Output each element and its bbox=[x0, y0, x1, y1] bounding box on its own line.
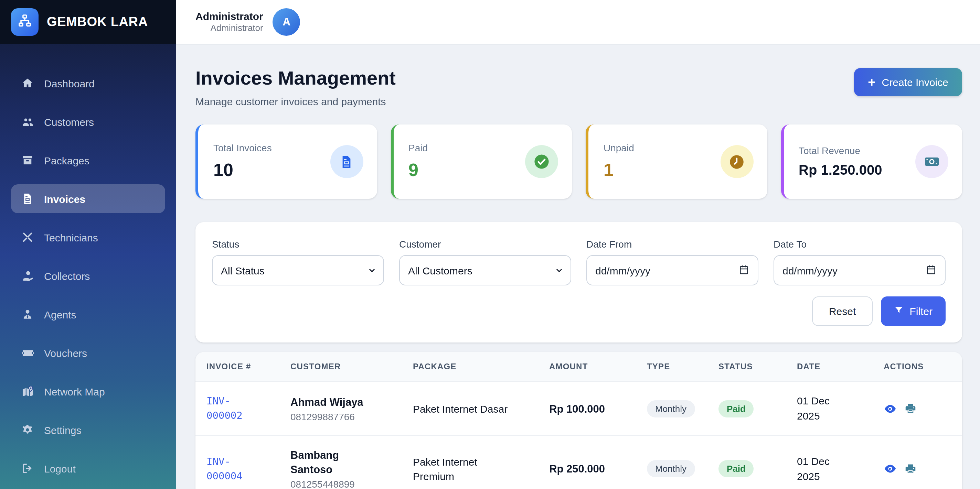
brand-logo bbox=[11, 8, 38, 36]
invoice-date: 01 Dec 2025 bbox=[797, 454, 845, 484]
sidebar-item-label: Agents bbox=[44, 308, 76, 320]
invoice-link[interactable]: INV-000002 bbox=[207, 394, 256, 423]
users-icon bbox=[21, 115, 34, 129]
date-from-label: Date From bbox=[586, 239, 759, 250]
sidebar-item-logout[interactable]: Logout bbox=[11, 454, 165, 483]
home-icon bbox=[21, 76, 34, 90]
sidebar-item-invoices[interactable]: Invoices bbox=[11, 184, 165, 213]
invoice-amount: Rp 100.000 bbox=[549, 401, 621, 416]
sidebar-item-packages[interactable]: Packages bbox=[11, 146, 165, 175]
col-amount: AMOUNT bbox=[538, 352, 636, 381]
customer-phone: 081299887766 bbox=[290, 411, 391, 422]
page-subtitle: Manage customer invoices and payments bbox=[196, 94, 396, 110]
sidebar-item-label: Invoices bbox=[44, 193, 85, 205]
money-bill-icon bbox=[915, 145, 948, 178]
sidebar-item-technicians[interactable]: Technicians bbox=[11, 223, 165, 252]
sidebar-item-label: Network Map bbox=[44, 386, 105, 397]
user-name: Administrator bbox=[196, 10, 263, 23]
view-invoice-button[interactable] bbox=[884, 462, 897, 475]
date-from-placeholder: dd/mm/yyyy bbox=[595, 264, 650, 276]
sidebar-item-label: Logout bbox=[44, 462, 76, 474]
sidebar-item-settings[interactable]: Settings bbox=[11, 415, 165, 444]
create-invoice-label: Create Invoice bbox=[882, 76, 948, 88]
filter-button-label: Filter bbox=[910, 305, 932, 317]
stat-label: Total Revenue bbox=[799, 145, 882, 156]
package-name: Paket Internet Dasar bbox=[413, 401, 516, 416]
sidebar-item-vouchers[interactable]: Vouchers bbox=[11, 338, 165, 367]
map-location-icon bbox=[21, 384, 34, 398]
app-root: GEMBOK LARA Dashboard Customers bbox=[0, 0, 980, 489]
print-invoice-button[interactable] bbox=[904, 402, 917, 415]
col-status: STATUS bbox=[708, 352, 786, 381]
avatar[interactable]: A bbox=[273, 8, 301, 36]
filter-button[interactable]: Filter bbox=[881, 297, 946, 326]
date-to-input[interactable]: dd/mm/yyyy bbox=[773, 255, 946, 286]
col-invoice: INVOICE # bbox=[196, 352, 279, 381]
type-badge: Monthly bbox=[647, 460, 695, 477]
sidebar-item-dashboard[interactable]: Dashboard bbox=[11, 69, 165, 98]
type-badge: Monthly bbox=[647, 400, 695, 417]
stat-card-total-invoices: Total Invoices 10 bbox=[196, 124, 377, 199]
filter-field-date-from: Date From dd/mm/yyyy bbox=[586, 239, 759, 286]
col-actions: ACTIONS bbox=[873, 352, 962, 381]
view-invoice-button[interactable] bbox=[884, 402, 897, 415]
invoice-date: 01 Dec 2025 bbox=[797, 394, 845, 424]
date-to-label: Date To bbox=[773, 239, 946, 250]
row-actions bbox=[884, 402, 951, 415]
sidebar-item-label: Vouchers bbox=[44, 347, 87, 359]
col-customer: CUSTOMER bbox=[279, 352, 402, 381]
filter-field-status: Status All Status bbox=[212, 239, 384, 286]
tools-icon bbox=[21, 230, 34, 244]
sidebar-item-label: Settings bbox=[44, 424, 81, 436]
box-icon bbox=[21, 153, 34, 167]
customer-select[interactable]: All Customers bbox=[399, 255, 571, 286]
calendar-icon[interactable] bbox=[738, 264, 749, 277]
col-date: DATE bbox=[786, 352, 873, 381]
plus-icon: + bbox=[868, 77, 875, 87]
date-from-input[interactable]: dd/mm/yyyy bbox=[586, 255, 759, 286]
main-area: Administrator Administrator A Invoices M… bbox=[176, 0, 980, 489]
table-row: INV-000002 Ahmad Wijaya 081299887766 Pak… bbox=[196, 381, 962, 436]
sidebar-item-agents[interactable]: Agents bbox=[11, 300, 165, 329]
date-to-placeholder: dd/mm/yyyy bbox=[783, 264, 838, 276]
table-row: INV-000004 Bambang Santoso 081255448899 … bbox=[196, 436, 962, 489]
page-title: Invoices Management bbox=[196, 67, 396, 90]
table-header-row: INVOICE # CUSTOMER PACKAGE AMOUNT TYPE S… bbox=[196, 352, 962, 381]
customer-name: Bambang Santoso bbox=[290, 448, 370, 476]
stat-value: Rp 1.250.000 bbox=[799, 162, 882, 178]
sidebar-item-customers[interactable]: Customers bbox=[11, 107, 165, 136]
stats-row: Total Invoices 10 Paid 9 bbox=[196, 124, 962, 199]
filter-field-date-to: Date To dd/mm/yyyy bbox=[773, 239, 946, 286]
stat-label: Unpaid bbox=[603, 142, 634, 153]
invoice-icon bbox=[330, 145, 363, 178]
invoice-link[interactable]: INV-000004 bbox=[207, 454, 256, 483]
print-invoice-button[interactable] bbox=[904, 462, 917, 475]
status-select[interactable]: All Status bbox=[212, 255, 384, 286]
sidebar-item-label: Packages bbox=[44, 154, 89, 166]
sidebar-header: GEMBOK LARA bbox=[0, 0, 176, 44]
create-invoice-button[interactable]: + Create Invoice bbox=[854, 68, 962, 96]
col-package: PACKAGE bbox=[402, 352, 538, 381]
customer-name: Ahmad Wijaya bbox=[290, 395, 370, 409]
user-tie-icon bbox=[21, 307, 34, 321]
sidebar-item-network-map[interactable]: Network Map bbox=[11, 377, 165, 406]
invoices-table: INVOICE # CUSTOMER PACKAGE AMOUNT TYPE S… bbox=[196, 352, 962, 489]
stat-label: Total Invoices bbox=[213, 142, 272, 153]
user-meta: Administrator Administrator bbox=[196, 10, 263, 34]
filter-field-customer: Customer All Customers bbox=[399, 239, 571, 286]
stat-card-unpaid: Unpaid 1 bbox=[585, 124, 767, 199]
file-invoice-icon bbox=[21, 192, 34, 206]
stat-value: 1 bbox=[603, 160, 634, 181]
page-content: Invoices Management Manage customer invo… bbox=[176, 45, 980, 489]
sidebar-nav: Dashboard Customers Pack bbox=[0, 44, 176, 483]
page-head: Invoices Management Manage customer invo… bbox=[196, 67, 962, 110]
sidebar-item-label: Dashboard bbox=[44, 77, 95, 89]
brand-name: GEMBOK LARA bbox=[47, 14, 148, 30]
clock-icon bbox=[720, 145, 753, 178]
status-label: Status bbox=[212, 239, 384, 250]
reset-button[interactable]: Reset bbox=[813, 297, 872, 326]
calendar-icon[interactable] bbox=[926, 264, 937, 277]
sidebar-item-collectors[interactable]: Collectors bbox=[11, 261, 165, 290]
sidebar: GEMBOK LARA Dashboard Customers bbox=[0, 0, 176, 489]
customer-phone: 081255448899 bbox=[290, 479, 391, 489]
